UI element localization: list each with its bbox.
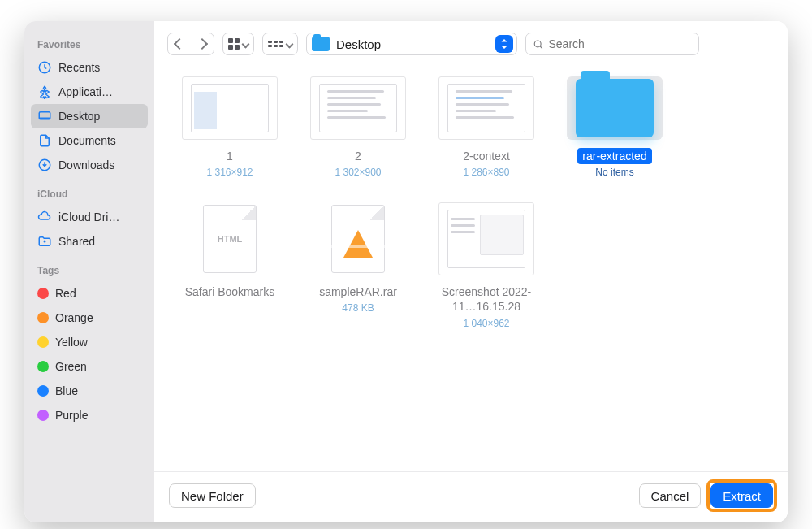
svg-point-4 [534,41,541,47]
sidebar-item-label: Blue [55,384,78,397]
nav-back-forward [167,33,214,55]
rar-file-thumb [310,202,406,275]
search-input[interactable] [549,37,693,50]
file-item[interactable]: 2-context 1 286×890 [425,72,547,189]
folder-icon [576,79,654,137]
tag-dot-icon [37,288,49,299]
sidebar-tag-orange[interactable]: Orange [31,306,148,330]
chevron-right-icon [197,38,208,50]
back-button[interactable] [168,33,191,54]
file-item[interactable]: sampleRAR.rar 478 KB [297,197,419,340]
apps-icon [37,85,52,99]
sidebar-item-label: Desktop [58,110,100,123]
html-file-thumb: HTML [182,202,278,275]
file-meta: 478 KB [342,302,374,314]
html-file-icon: HTML [203,205,257,273]
view-mode-icons[interactable] [222,33,254,55]
location-label: Desktop [336,37,489,51]
highlight-annotation: Extract [710,483,773,508]
file-meta: 1 302×900 [335,167,381,178]
sidebar-item-label: Applicati… [58,85,113,98]
file-meta: No items [595,167,633,178]
sidebar-tag-red[interactable]: Red [31,281,148,306]
forward-button[interactable] [191,33,214,54]
chevron-down-icon [286,40,294,48]
sidebar-header-favorites: Favorites [31,28,148,55]
folder-icon [312,37,330,51]
file-name: Screenshot 2022-11…16.15.28 [425,284,547,315]
location-popup[interactable]: Desktop [306,33,517,55]
file-name: rar-extracted [577,148,651,164]
file-item[interactable]: 1 1 316×912 [169,72,291,189]
tag-dot-icon [37,361,49,372]
desktop-icon [37,109,52,124]
sidebar-item-label: Downloads [58,158,114,171]
footer: New Folder Cancel Extract [154,471,788,522]
file-name: 2-context [458,148,515,164]
download-icon [37,158,52,172]
file-name: sampleRAR.rar [314,284,402,300]
sidebar-item-label: Orange [55,311,93,324]
sidebar-item-label: Yellow [55,336,88,349]
sidebar-tag-green[interactable]: Green [31,354,148,379]
sidebar-item-documents[interactable]: Documents [31,128,148,153]
rar-file-icon [331,205,385,273]
screenshot-thumb [310,76,406,140]
file-grid: 1 1 316×912 2 1 302×900 2-context 1 286×… [154,63,788,471]
sidebar-item-downloads[interactable]: Downloads [31,153,148,177]
file-meta: 1 286×890 [463,167,509,178]
save-panel: Favorites Recents Applicati… Desktop Doc… [24,21,788,522]
sidebar-item-label: Documents [58,134,116,147]
search-field[interactable] [525,33,699,55]
sidebar-item-recents[interactable]: Recents [31,55,148,80]
cancel-button[interactable]: Cancel [639,483,702,508]
sidebar-item-icloud-drive[interactable]: iCloud Dri… [31,205,148,229]
sidebar-tag-yellow[interactable]: Yellow [31,330,148,354]
sidebar-item-label: Purple [55,409,88,422]
folder-thumb [567,76,663,140]
sidebar-item-label: Red [55,287,76,300]
file-item[interactable]: 2 1 302×900 [297,72,419,189]
screenshot-thumb [182,76,278,140]
toolbar: Desktop [154,21,788,63]
tag-dot-icon [37,410,49,421]
file-item[interactable]: Screenshot 2022-11…16.15.28 1 040×962 [425,197,547,340]
file-meta: 1 040×962 [463,318,509,329]
sidebar-header-icloud: iCloud [31,177,148,205]
chevron-down-icon [242,40,250,48]
extract-button[interactable]: Extract [710,483,773,508]
document-icon [37,133,52,148]
sidebar-tag-purple[interactable]: Purple [31,403,148,427]
group-icon [268,41,283,47]
sidebar-item-desktop[interactable]: Desktop [31,104,148,128]
screenshot-thumb [438,202,534,275]
file-name: 2 [350,148,366,164]
file-meta: 1 316×912 [206,167,253,178]
sidebar-item-label: Recents [58,61,100,74]
group-by[interactable] [262,33,298,55]
file-name: Safari Bookmarks [180,284,279,300]
icon-view-icon [228,38,240,50]
sidebar: Favorites Recents Applicati… Desktop Doc… [24,21,154,522]
sidebar-header-tags: Tags [31,254,148,281]
chevron-left-icon [174,38,185,50]
screenshot-thumb [438,76,534,140]
sidebar-item-label: Shared [58,235,95,248]
file-item-selected[interactable]: rar-extracted No items [554,72,676,189]
new-folder-button[interactable]: New Folder [169,483,256,508]
cloud-icon [37,210,52,224]
sidebar-item-label: iCloud Dri… [58,210,119,223]
svg-point-3 [44,241,46,243]
file-item[interactable]: HTML Safari Bookmarks [169,197,291,340]
tag-dot-icon [37,312,49,323]
tag-dot-icon [37,336,49,348]
sidebar-item-label: Green [55,360,87,373]
clock-icon [37,60,52,75]
main-area: Desktop 1 1 316×912 [154,21,788,522]
sidebar-item-applications[interactable]: Applicati… [31,80,148,104]
search-icon [533,38,544,50]
sidebar-item-shared[interactable]: Shared [31,229,148,254]
shared-folder-icon [37,234,52,249]
sidebar-tag-blue[interactable]: Blue [31,379,148,403]
updown-icon [495,35,513,53]
